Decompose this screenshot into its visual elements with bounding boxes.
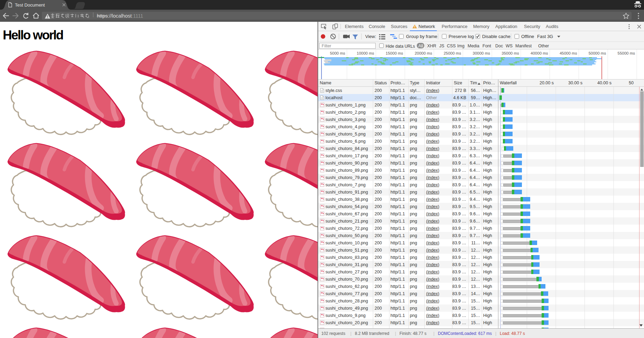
- svg-text:20000 ms: 20000 ms: [415, 51, 432, 55]
- svg-text:5000 ms: 5000 ms: [330, 51, 345, 55]
- svg-text:10000 ms: 10000 ms: [357, 51, 374, 55]
- svg-text:15000 ms: 15000 ms: [386, 51, 403, 55]
- svg-text:40000 ms: 40000 ms: [531, 51, 548, 55]
- svg-text:50000 ms: 50000 ms: [589, 51, 606, 55]
- svg-text:25000 ms: 25000 ms: [444, 51, 461, 55]
- svg-text:55000 ms: 55000 ms: [617, 51, 635, 55]
- svg-text:30000 ms: 30000 ms: [472, 51, 490, 55]
- svg-text:45000 ms: 45000 ms: [560, 51, 577, 55]
- svg-text:35000 ms: 35000 ms: [502, 51, 519, 55]
